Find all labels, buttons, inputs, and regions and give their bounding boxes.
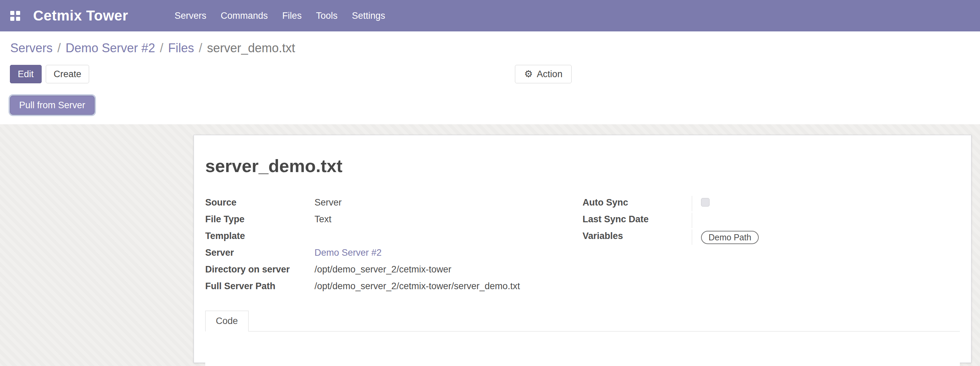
breadcrumb-item: server_demo.txt xyxy=(207,41,295,55)
breadcrumb-separator: / xyxy=(199,41,202,55)
pull-from-server-button[interactable]: Pull from Server xyxy=(10,95,95,115)
brand-title[interactable]: Cetmix Tower xyxy=(33,8,128,24)
button-row: Edit Create ⚙ Action xyxy=(0,65,980,85)
field-label: Variables xyxy=(582,229,692,241)
breadcrumb-separator: / xyxy=(160,41,163,55)
field-row: Full Server Path/opt/demo_server_2/cetmi… xyxy=(205,280,582,296)
tab-code[interactable]: Code xyxy=(205,311,248,331)
field-value xyxy=(315,229,582,245)
apps-icon-square xyxy=(10,17,14,21)
breadcrumb: Servers/Demo Server #2/Files/server_demo… xyxy=(0,40,980,57)
field-label: Template xyxy=(205,229,315,241)
field-row: File TypeText xyxy=(205,213,582,229)
breadcrumb-item[interactable]: Demo Server #2 xyxy=(65,41,155,55)
top-navbar: Cetmix Tower ServersCommandsFilesToolsSe… xyxy=(0,0,980,32)
apps-icon-square xyxy=(10,11,14,15)
field-grid: SourceServerFile TypeTextTemplateServerD… xyxy=(205,196,960,296)
field-label: Full Server Path xyxy=(205,280,315,291)
record-title: server_demo.txt xyxy=(205,156,960,176)
field-row: Auto Sync xyxy=(582,196,960,213)
apps-icon-square xyxy=(16,11,20,15)
action-button-label: Action xyxy=(537,68,562,80)
field-value: /opt/demo_server_2/cetmix-tower xyxy=(315,263,582,278)
code-tab-content xyxy=(205,331,960,366)
edit-button[interactable]: Edit xyxy=(10,65,42,83)
field-group-right: Auto SyncLast Sync DateVariablesDemo Pat… xyxy=(582,196,960,296)
action-bar: Pull from Server xyxy=(0,95,980,115)
breadcrumb-item[interactable]: Files xyxy=(168,41,194,55)
field-value xyxy=(692,196,960,211)
control-panel: Servers/Demo Server #2/Files/server_demo… xyxy=(0,32,980,124)
field-label: Source xyxy=(205,196,315,208)
action-button[interactable]: ⚙ Action xyxy=(515,65,572,83)
menu-item-files[interactable]: Files xyxy=(275,0,309,32)
field-value: Demo Path xyxy=(692,229,960,245)
field-row: Last Sync Date xyxy=(582,213,960,229)
apps-icon-square xyxy=(16,17,20,21)
apps-menu-icon[interactable] xyxy=(10,11,20,21)
field-value xyxy=(692,213,960,228)
menu-item-settings[interactable]: Settings xyxy=(345,0,392,32)
create-button[interactable]: Create xyxy=(46,65,89,83)
breadcrumb-item[interactable]: Servers xyxy=(10,41,52,55)
main-menu: ServersCommandsFilesToolsSettings xyxy=(167,0,392,32)
field-row: Directory on server/opt/demo_server_2/ce… xyxy=(205,263,582,280)
field-label: Server xyxy=(205,246,315,258)
field-label: Last Sync Date xyxy=(582,213,692,224)
field-row: ServerDemo Server #2 xyxy=(205,246,582,263)
field-label: File Type xyxy=(205,213,315,224)
form-sheet: server_demo.txt SourceServerFile TypeTex… xyxy=(194,135,972,363)
notebook-tabbar: Code xyxy=(205,311,960,331)
auto-sync-checkbox[interactable] xyxy=(701,198,710,207)
field-label: Auto Sync xyxy=(582,196,692,208)
field-row: SourceServer xyxy=(205,196,582,213)
menu-item-tools[interactable]: Tools xyxy=(309,0,345,32)
content-area: server_demo.txt SourceServerFile TypeTex… xyxy=(0,124,980,366)
breadcrumb-separator: / xyxy=(57,41,61,55)
field-value: Server xyxy=(315,196,582,211)
field-row: VariablesDemo Path xyxy=(582,229,960,246)
variable-tag[interactable]: Demo Path xyxy=(701,231,759,244)
gear-icon: ⚙ xyxy=(524,69,533,79)
menu-item-commands[interactable]: Commands xyxy=(213,0,275,32)
field-row: Template xyxy=(205,229,582,246)
field-value: Demo Server #2 xyxy=(315,246,582,261)
field-value: /opt/demo_server_2/cetmix-tower/server_d… xyxy=(315,280,582,295)
menu-item-servers[interactable]: Servers xyxy=(167,0,213,32)
field-value: Text xyxy=(315,213,582,228)
field-label: Directory on server xyxy=(205,263,315,275)
field-link[interactable]: Demo Server #2 xyxy=(315,248,382,258)
field-group-left: SourceServerFile TypeTextTemplateServerD… xyxy=(205,196,582,296)
